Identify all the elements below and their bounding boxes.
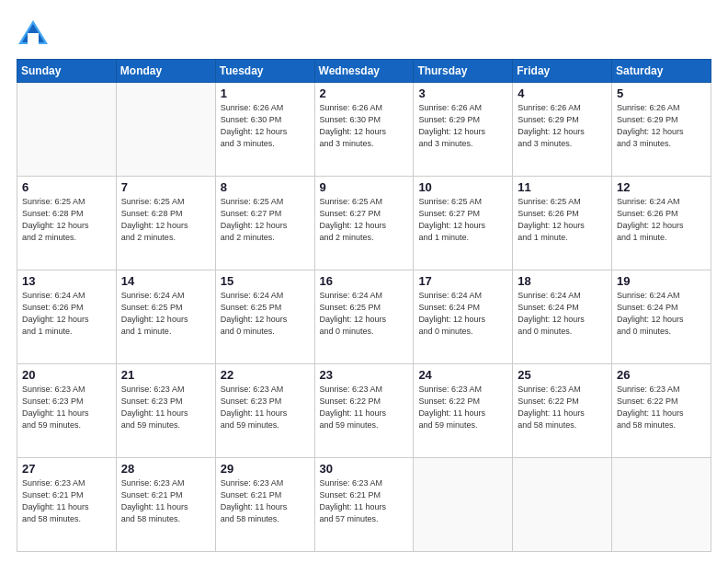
day-info: Sunrise: 6:25 AM Sunset: 6:27 PM Dayligh… <box>221 196 310 244</box>
page: SundayMondayTuesdayWednesdayThursdayFrid… <box>0 0 728 563</box>
weekday-header: Wednesday <box>314 60 414 83</box>
day-info: Sunrise: 6:24 AM Sunset: 6:26 PM Dayligh… <box>617 196 706 244</box>
day-info: Sunrise: 6:26 AM Sunset: 6:30 PM Dayligh… <box>221 102 310 150</box>
day-info: Sunrise: 6:25 AM Sunset: 6:27 PM Dayligh… <box>320 196 409 244</box>
day-number: 9 <box>320 180 409 194</box>
calendar-cell: 13Sunrise: 6:24 AM Sunset: 6:26 PM Dayli… <box>17 270 117 364</box>
day-info: Sunrise: 6:24 AM Sunset: 6:25 PM Dayligh… <box>121 290 210 338</box>
weekday-header: Monday <box>116 60 215 83</box>
weekday-header: Tuesday <box>215 60 314 83</box>
day-number: 2 <box>320 86 409 100</box>
calendar-cell: 4Sunrise: 6:26 AM Sunset: 6:29 PM Daylig… <box>513 83 612 177</box>
calendar-cell: 14Sunrise: 6:24 AM Sunset: 6:25 PM Dayli… <box>116 270 215 364</box>
day-number: 29 <box>221 462 310 476</box>
calendar-cell: 24Sunrise: 6:23 AM Sunset: 6:22 PM Dayli… <box>414 364 513 458</box>
day-info: Sunrise: 6:24 AM Sunset: 6:24 PM Dayligh… <box>418 290 507 338</box>
calendar-week-row: 13Sunrise: 6:24 AM Sunset: 6:26 PM Dayli… <box>17 270 711 364</box>
day-info: Sunrise: 6:23 AM Sunset: 6:23 PM Dayligh… <box>121 384 210 431</box>
calendar-cell: 2Sunrise: 6:26 AM Sunset: 6:30 PM Daylig… <box>314 83 414 177</box>
calendar-week-row: 1Sunrise: 6:26 AM Sunset: 6:30 PM Daylig… <box>17 83 711 177</box>
day-info: Sunrise: 6:25 AM Sunset: 6:28 PM Dayligh… <box>121 196 210 244</box>
calendar-cell: 17Sunrise: 6:24 AM Sunset: 6:24 PM Dayli… <box>414 270 513 364</box>
day-info: Sunrise: 6:25 AM Sunset: 6:26 PM Dayligh… <box>518 196 607 244</box>
day-number: 13 <box>22 274 111 288</box>
day-info: Sunrise: 6:23 AM Sunset: 6:21 PM Dayligh… <box>22 477 111 525</box>
day-info: Sunrise: 6:23 AM Sunset: 6:22 PM Dayligh… <box>320 384 409 431</box>
day-number: 4 <box>518 86 607 100</box>
calendar-cell: 11Sunrise: 6:25 AM Sunset: 6:26 PM Dayli… <box>513 177 612 270</box>
calendar-cell <box>116 83 215 177</box>
weekday-header: Saturday <box>612 60 711 83</box>
calendar-cell: 9Sunrise: 6:25 AM Sunset: 6:27 PM Daylig… <box>314 177 414 270</box>
calendar-week-row: 20Sunrise: 6:23 AM Sunset: 6:23 PM Dayli… <box>17 364 711 458</box>
day-number: 28 <box>121 462 210 476</box>
day-number: 19 <box>617 274 706 288</box>
calendar-cell: 10Sunrise: 6:25 AM Sunset: 6:27 PM Dayli… <box>414 177 513 270</box>
day-number: 24 <box>418 368 507 382</box>
calendar-cell: 19Sunrise: 6:24 AM Sunset: 6:24 PM Dayli… <box>612 270 711 364</box>
svg-rect-3 <box>28 33 39 44</box>
calendar-cell: 21Sunrise: 6:23 AM Sunset: 6:23 PM Dayli… <box>116 364 215 458</box>
calendar-cell: 15Sunrise: 6:24 AM Sunset: 6:25 PM Dayli… <box>215 270 314 364</box>
day-number: 30 <box>320 462 409 476</box>
calendar-cell: 1Sunrise: 6:26 AM Sunset: 6:30 PM Daylig… <box>215 83 314 177</box>
day-info: Sunrise: 6:23 AM Sunset: 6:23 PM Dayligh… <box>221 384 310 431</box>
calendar-cell <box>612 458 711 552</box>
calendar-cell: 3Sunrise: 6:26 AM Sunset: 6:29 PM Daylig… <box>414 83 513 177</box>
calendar-week-row: 6Sunrise: 6:25 AM Sunset: 6:28 PM Daylig… <box>17 177 711 270</box>
calendar-cell: 8Sunrise: 6:25 AM Sunset: 6:27 PM Daylig… <box>215 177 314 270</box>
day-info: Sunrise: 6:23 AM Sunset: 6:21 PM Dayligh… <box>320 477 409 525</box>
calendar-cell: 26Sunrise: 6:23 AM Sunset: 6:22 PM Dayli… <box>612 364 711 458</box>
day-info: Sunrise: 6:23 AM Sunset: 6:21 PM Dayligh… <box>121 477 210 525</box>
day-info: Sunrise: 6:26 AM Sunset: 6:29 PM Dayligh… <box>518 102 607 150</box>
calendar-cell <box>513 458 612 552</box>
day-info: Sunrise: 6:23 AM Sunset: 6:21 PM Dayligh… <box>221 477 310 525</box>
calendar-cell: 25Sunrise: 6:23 AM Sunset: 6:22 PM Dayli… <box>513 364 612 458</box>
calendar-cell: 29Sunrise: 6:23 AM Sunset: 6:21 PM Dayli… <box>215 458 314 552</box>
day-number: 23 <box>320 368 409 382</box>
day-number: 3 <box>418 86 507 100</box>
day-info: Sunrise: 6:23 AM Sunset: 6:22 PM Dayligh… <box>617 384 706 431</box>
calendar-cell: 27Sunrise: 6:23 AM Sunset: 6:21 PM Dayli… <box>17 458 117 552</box>
day-info: Sunrise: 6:23 AM Sunset: 6:22 PM Dayligh… <box>518 384 607 431</box>
day-number: 10 <box>418 180 507 194</box>
day-number: 20 <box>22 368 111 382</box>
calendar-cell: 23Sunrise: 6:23 AM Sunset: 6:22 PM Dayli… <box>314 364 414 458</box>
day-number: 8 <box>221 180 310 194</box>
calendar-cell: 30Sunrise: 6:23 AM Sunset: 6:21 PM Dayli… <box>314 458 414 552</box>
day-number: 11 <box>518 180 607 194</box>
day-info: Sunrise: 6:24 AM Sunset: 6:24 PM Dayligh… <box>518 290 607 338</box>
calendar-cell: 28Sunrise: 6:23 AM Sunset: 6:21 PM Dayli… <box>116 458 215 552</box>
calendar-cell <box>17 83 117 177</box>
logo <box>17 17 53 50</box>
day-info: Sunrise: 6:26 AM Sunset: 6:29 PM Dayligh… <box>617 102 706 150</box>
day-number: 6 <box>22 180 111 194</box>
day-info: Sunrise: 6:24 AM Sunset: 6:25 PM Dayligh… <box>320 290 409 338</box>
day-number: 1 <box>221 86 310 100</box>
calendar-cell: 5Sunrise: 6:26 AM Sunset: 6:29 PM Daylig… <box>612 83 711 177</box>
calendar-header-row: SundayMondayTuesdayWednesdayThursdayFrid… <box>17 60 711 83</box>
weekday-header: Friday <box>513 60 612 83</box>
day-number: 27 <box>22 462 111 476</box>
calendar-cell: 16Sunrise: 6:24 AM Sunset: 6:25 PM Dayli… <box>314 270 414 364</box>
day-number: 14 <box>121 274 210 288</box>
day-number: 26 <box>617 368 706 382</box>
day-number: 18 <box>518 274 607 288</box>
day-number: 16 <box>320 274 409 288</box>
logo-icon <box>17 17 50 50</box>
day-info: Sunrise: 6:23 AM Sunset: 6:22 PM Dayligh… <box>418 384 507 431</box>
day-info: Sunrise: 6:24 AM Sunset: 6:25 PM Dayligh… <box>221 290 310 338</box>
day-info: Sunrise: 6:26 AM Sunset: 6:29 PM Dayligh… <box>418 102 507 150</box>
day-number: 15 <box>221 274 310 288</box>
calendar-cell: 22Sunrise: 6:23 AM Sunset: 6:23 PM Dayli… <box>215 364 314 458</box>
day-number: 17 <box>418 274 507 288</box>
calendar-cell: 7Sunrise: 6:25 AM Sunset: 6:28 PM Daylig… <box>116 177 215 270</box>
calendar-cell: 18Sunrise: 6:24 AM Sunset: 6:24 PM Dayli… <box>513 270 612 364</box>
day-number: 5 <box>617 86 706 100</box>
calendar-table: SundayMondayTuesdayWednesdayThursdayFrid… <box>17 59 711 552</box>
day-number: 12 <box>617 180 706 194</box>
day-info: Sunrise: 6:24 AM Sunset: 6:26 PM Dayligh… <box>22 290 111 338</box>
calendar-cell <box>414 458 513 552</box>
header <box>17 17 711 50</box>
calendar-week-row: 27Sunrise: 6:23 AM Sunset: 6:21 PM Dayli… <box>17 458 711 552</box>
